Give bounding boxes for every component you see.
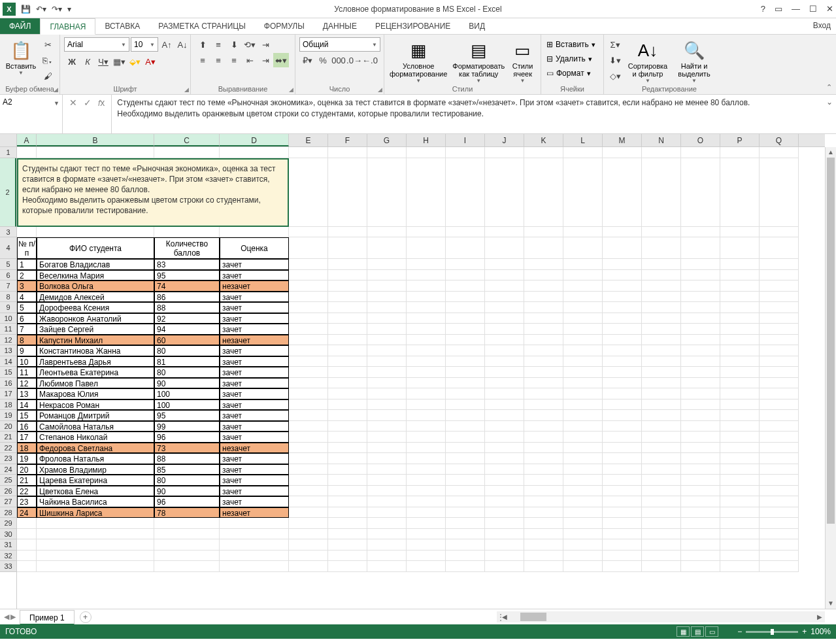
cell[interactable] bbox=[642, 259, 681, 270]
align-middle-button[interactable]: ≡ bbox=[210, 37, 226, 52]
cell[interactable] bbox=[563, 410, 603, 421]
cell[interactable] bbox=[289, 464, 328, 475]
cell[interactable] bbox=[760, 464, 799, 475]
cell[interactable] bbox=[720, 147, 760, 158]
cell[interactable] bbox=[681, 453, 720, 464]
cell[interactable] bbox=[407, 345, 446, 356]
cell[interactable] bbox=[328, 158, 367, 227]
tab-review[interactable]: РЕЦЕНЗИРОВАНИЕ bbox=[366, 18, 460, 34]
cell[interactable] bbox=[328, 518, 367, 529]
cell[interactable] bbox=[289, 356, 328, 367]
table-cell[interactable]: 14 bbox=[17, 399, 37, 411]
cell[interactable] bbox=[642, 561, 681, 572]
table-cell[interactable]: 18 bbox=[17, 443, 37, 454]
cell[interactable] bbox=[485, 496, 524, 507]
row-header[interactable]: 3 bbox=[0, 227, 16, 238]
cell[interactable] bbox=[524, 507, 563, 518]
table-header[interactable]: Количество баллов bbox=[154, 237, 220, 259]
cell[interactable] bbox=[720, 496, 760, 507]
cell[interactable] bbox=[367, 378, 407, 389]
cell[interactable] bbox=[603, 227, 642, 238]
table-cell[interactable]: зачет bbox=[220, 486, 289, 497]
cell[interactable] bbox=[563, 147, 603, 158]
cell[interactable] bbox=[642, 345, 681, 356]
cell[interactable] bbox=[603, 356, 642, 367]
format-painter-button[interactable]: 🖌 bbox=[41, 69, 55, 83]
sort-filter-button[interactable]: A↓ Сортировка и фильтр▼ bbox=[625, 37, 671, 85]
cell[interactable] bbox=[446, 443, 485, 454]
table-cell[interactable]: зачет bbox=[220, 367, 289, 378]
table-cell[interactable]: 7 bbox=[17, 324, 37, 335]
cell[interactable] bbox=[720, 356, 760, 367]
cell[interactable] bbox=[17, 551, 37, 562]
cell[interactable] bbox=[446, 302, 485, 313]
cell[interactable] bbox=[720, 432, 760, 443]
cell[interactable] bbox=[407, 335, 446, 346]
currency-button[interactable]: ₽▾ bbox=[299, 53, 315, 67]
table-cell[interactable]: 96 bbox=[154, 496, 220, 507]
cell[interactable] bbox=[563, 158, 603, 227]
cell[interactable] bbox=[446, 561, 485, 572]
table-cell[interactable]: незачет bbox=[220, 280, 289, 292]
cell[interactable] bbox=[407, 421, 446, 432]
cell[interactable] bbox=[720, 313, 760, 324]
table-cell[interactable]: Волкова Ольга bbox=[37, 280, 154, 292]
cell[interactable] bbox=[681, 270, 720, 281]
cell[interactable] bbox=[681, 313, 720, 324]
cell[interactable] bbox=[289, 561, 328, 572]
font-size-select[interactable]: 10▼ bbox=[131, 37, 158, 52]
cell[interactable] bbox=[367, 443, 407, 454]
column-header[interactable]: G bbox=[367, 134, 407, 146]
cell[interactable] bbox=[446, 378, 485, 389]
table-cell[interactable]: незачет bbox=[220, 507, 289, 518]
cell[interactable] bbox=[289, 302, 328, 313]
align-right-button[interactable]: ≡ bbox=[226, 53, 242, 67]
cell[interactable] bbox=[563, 539, 603, 551]
row-header[interactable]: 22 bbox=[0, 443, 16, 454]
tab-insert[interactable]: ВСТАВКА bbox=[95, 18, 149, 34]
cell[interactable] bbox=[524, 378, 563, 389]
cell[interactable] bbox=[720, 486, 760, 497]
cell[interactable] bbox=[524, 147, 563, 158]
cell[interactable] bbox=[642, 227, 681, 238]
cell[interactable] bbox=[720, 539, 760, 551]
cell[interactable] bbox=[603, 432, 642, 443]
table-cell[interactable]: 100 bbox=[154, 388, 220, 399]
cell[interactable] bbox=[681, 367, 720, 378]
cell[interactable] bbox=[485, 561, 524, 572]
cell[interactable] bbox=[760, 486, 799, 497]
increase-indent-button[interactable]: ⇥ bbox=[258, 53, 273, 67]
cell[interactable] bbox=[720, 158, 760, 227]
row-header[interactable]: 30 bbox=[0, 529, 16, 540]
row-header[interactable]: 12 bbox=[0, 335, 16, 346]
cell[interactable] bbox=[681, 158, 720, 227]
cell[interactable] bbox=[760, 496, 799, 507]
cell[interactable] bbox=[367, 356, 407, 367]
table-cell[interactable]: зачет bbox=[220, 313, 289, 324]
cell[interactable] bbox=[485, 237, 524, 259]
table-cell[interactable]: 95 bbox=[154, 410, 220, 421]
cell[interactable] bbox=[328, 475, 367, 486]
cell[interactable] bbox=[220, 147, 289, 158]
cell[interactable] bbox=[603, 302, 642, 313]
cell[interactable] bbox=[563, 518, 603, 529]
cell[interactable] bbox=[563, 259, 603, 270]
zoom-out-button[interactable]: − bbox=[737, 627, 742, 636]
row-header[interactable]: 17 bbox=[0, 388, 16, 399]
table-cell[interactable]: Капустин Михаил bbox=[37, 335, 154, 346]
row-header[interactable]: 1 bbox=[0, 147, 16, 158]
cell[interactable] bbox=[642, 496, 681, 507]
table-cell[interactable]: 88 bbox=[154, 302, 220, 313]
table-cell[interactable]: 5 bbox=[17, 302, 37, 313]
cell[interactable] bbox=[485, 529, 524, 540]
cell[interactable] bbox=[289, 345, 328, 356]
cell[interactable] bbox=[524, 324, 563, 335]
cell[interactable] bbox=[642, 453, 681, 464]
cell[interactable] bbox=[642, 410, 681, 421]
cell[interactable] bbox=[563, 496, 603, 507]
table-cell[interactable]: зачет bbox=[220, 302, 289, 313]
cell[interactable] bbox=[407, 539, 446, 551]
cell[interactable] bbox=[289, 227, 328, 238]
cell[interactable] bbox=[603, 421, 642, 432]
table-cell[interactable]: Фролова Наталья bbox=[37, 453, 154, 464]
